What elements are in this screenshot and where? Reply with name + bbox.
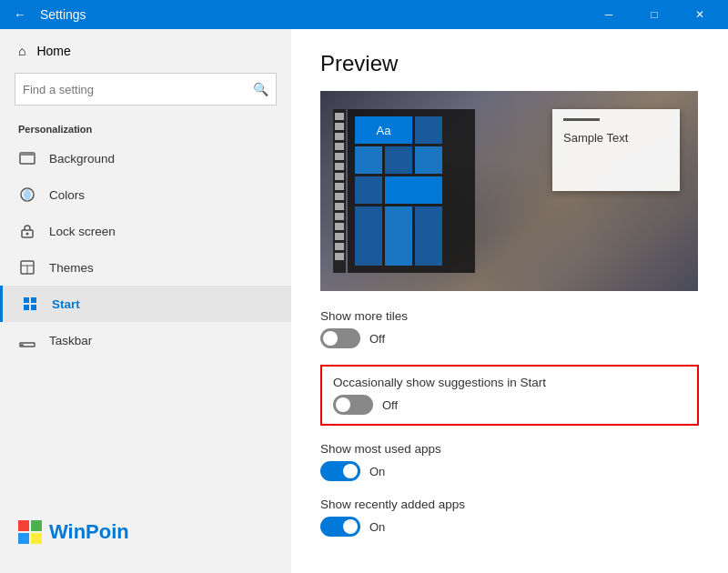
show-recently-added-label: Show recently added apps <box>320 498 699 511</box>
sidebar-item-background[interactable]: Background <box>0 140 291 176</box>
preview-container: Aa Sample Text <box>320 91 698 291</box>
sidebar-item-taskbar[interactable]: Taskbar <box>0 322 291 358</box>
preview-tile-1 <box>415 116 442 144</box>
taskbar-icon <box>18 331 36 349</box>
page-title: Preview <box>320 51 699 76</box>
sample-text-box: Sample Text <box>552 109 680 191</box>
show-more-tiles-toggle-row: Off <box>320 328 699 348</box>
app-title: Settings <box>40 7 86 22</box>
minimize-icon: ─ <box>605 8 613 21</box>
show-recently-added-setting: Show recently added apps On <box>320 498 699 537</box>
show-suggestions-setting: Occasionally show suggestions in Start O… <box>333 376 686 415</box>
sidebar-item-lock-screen[interactable]: Lock screen <box>0 213 291 249</box>
show-most-used-toggle-row: On <box>320 461 699 481</box>
sidebar-item-colors[interactable]: Colors <box>0 176 291 213</box>
show-suggestions-highlight-box: Occasionally show suggestions in Start O… <box>320 365 699 426</box>
show-most-used-setting: Show most used apps On <box>320 442 699 481</box>
show-recently-added-state: On <box>369 520 385 534</box>
strip-item <box>335 243 344 250</box>
lock-screen-label: Lock screen <box>49 225 116 238</box>
preview-tile-2 <box>355 146 382 174</box>
show-more-tiles-state: Off <box>369 332 385 346</box>
strip-item <box>335 133 344 140</box>
taskbar-label: Taskbar <box>49 334 92 347</box>
search-icon: 🔍 <box>253 82 268 96</box>
colors-label: Colors <box>49 188 85 202</box>
maximize-icon: □ <box>651 8 657 21</box>
section-label: Personalization <box>0 113 291 140</box>
preview-tile-3 <box>385 146 412 174</box>
lock-screen-icon <box>18 222 36 240</box>
show-recently-added-toggle[interactable] <box>320 517 360 537</box>
search-input[interactable] <box>23 83 253 96</box>
strip-item <box>335 193 344 200</box>
sample-text-label: Sample Text <box>563 131 628 145</box>
svg-rect-13 <box>21 345 24 347</box>
home-label: Home <box>36 44 70 58</box>
sidebar-home[interactable]: ⌂ Home <box>0 29 291 73</box>
content-area: Preview <box>291 29 728 573</box>
strip-item <box>335 213 344 220</box>
sidebar-item-themes[interactable]: Themes <box>0 249 291 286</box>
svg-rect-10 <box>24 305 29 310</box>
winpoin-logo: WinPoin <box>0 506 291 558</box>
background-label: Background <box>49 152 115 166</box>
windows-squares-icon <box>18 520 42 544</box>
strip-item <box>335 143 344 150</box>
strip-item <box>335 173 344 180</box>
show-most-used-state: On <box>369 465 385 478</box>
home-icon: ⌂ <box>18 44 25 58</box>
toggle-thumb <box>343 519 358 534</box>
search-box: 🔍 <box>15 73 277 106</box>
svg-rect-9 <box>31 297 36 303</box>
titlebar-controls: ─ □ ✕ <box>588 0 721 29</box>
strip-item <box>335 183 344 190</box>
toggle-thumb <box>343 464 358 478</box>
strip-item <box>335 123 344 130</box>
minimize-button[interactable]: ─ <box>588 0 630 29</box>
preview-tile-4 <box>415 146 442 174</box>
svg-rect-11 <box>31 305 36 310</box>
sample-text-decoration <box>563 118 600 121</box>
sidebar: ⌂ Home 🔍 Personalization Background <box>0 29 291 573</box>
show-most-used-toggle[interactable] <box>320 461 360 481</box>
themes-icon <box>18 258 36 276</box>
show-suggestions-toggle[interactable] <box>333 395 373 415</box>
svg-rect-8 <box>24 297 29 303</box>
svg-rect-1 <box>20 153 35 156</box>
strip-item <box>335 113 344 120</box>
close-button[interactable]: ✕ <box>679 0 721 29</box>
titlebar: ← Settings ─ □ ✕ <box>0 0 728 29</box>
show-suggestions-label: Occasionally show suggestions in Start <box>333 376 686 389</box>
maximize-button[interactable]: □ <box>633 0 675 29</box>
winpoin-brand-text: WinPoin <box>49 520 129 544</box>
toggle-thumb <box>323 331 338 346</box>
close-icon: ✕ <box>695 8 704 21</box>
show-suggestions-toggle-row: Off <box>333 395 686 415</box>
preview-tile-8 <box>415 206 442 266</box>
start-icon <box>21 295 39 313</box>
sidebar-item-start[interactable]: Start <box>0 286 291 322</box>
svg-point-4 <box>26 233 29 236</box>
colors-icon <box>18 186 36 204</box>
show-recently-added-toggle-row: On <box>320 517 699 537</box>
strip-item <box>335 253 344 260</box>
titlebar-left: ← Settings <box>7 2 86 27</box>
preview-tile-6 <box>355 206 382 266</box>
strip-item <box>335 153 344 160</box>
strip-item <box>335 223 344 230</box>
app-container: ⌂ Home 🔍 Personalization Background <box>0 29 728 573</box>
show-more-tiles-label: Show more tiles <box>320 309 699 323</box>
themes-label: Themes <box>49 261 94 275</box>
show-suggestions-state: Off <box>382 398 398 412</box>
start-label: Start <box>52 297 80 311</box>
toggle-thumb <box>336 397 350 412</box>
preview-tile-aa: Aa <box>355 116 412 144</box>
preview-tile-5 <box>355 176 382 204</box>
strip-item <box>335 163 344 170</box>
show-most-used-label: Show most used apps <box>320 442 699 456</box>
preview-tile-wide-2 <box>385 176 442 204</box>
back-icon: ← <box>14 7 26 22</box>
show-more-tiles-toggle[interactable] <box>320 328 360 348</box>
back-button[interactable]: ← <box>7 2 33 27</box>
